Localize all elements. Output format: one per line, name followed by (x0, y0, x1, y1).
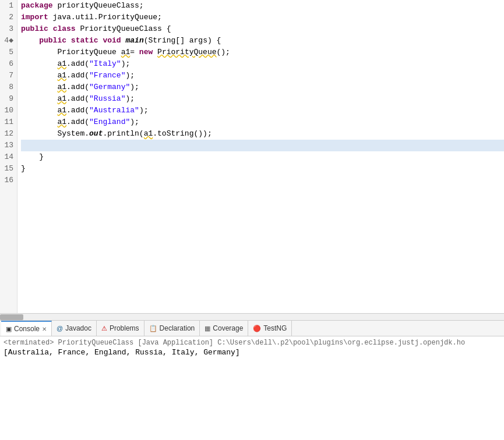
editor-area: 1 2 3 4◆ 5 6 7 8 9 10 11 12 13 14 15 16 … (0, 0, 504, 313)
problems-icon: ⚠ (101, 325, 107, 332)
javadoc-icon: @ (57, 325, 63, 332)
console-label: Console (14, 325, 40, 333)
tab-console[interactable]: ▣ Console ✕ (1, 321, 52, 336)
code-line-3[interactable]: public class PriorityQueueClass { (21, 23, 504, 35)
code-line-5[interactable]: PriorityQueue a1= new PriorityQueue(); (21, 47, 504, 58)
code-line-9[interactable]: a1.add("Russia"); (21, 93, 504, 105)
line-num-3: 3 (0, 23, 17, 35)
line-numbers: 1 2 3 4◆ 5 6 7 8 9 10 11 12 13 14 15 16 (0, 0, 17, 313)
code-lines[interactable]: package priorityQueueClass; import java.… (17, 0, 504, 313)
code-line-1[interactable]: package priorityQueueClass; (21, 0, 504, 12)
line-num-6: 6 (0, 58, 17, 70)
code-line-6[interactable]: a1.add("Italy"); (21, 58, 504, 70)
code-line-4[interactable]: public static void main(String[] args) { (21, 35, 504, 47)
line-num-13: 13 (0, 140, 17, 151)
line-num-1: 1 (0, 0, 17, 12)
tab-declaration[interactable]: 📋 Declaration (144, 321, 200, 336)
line-num-12: 12 (0, 128, 17, 140)
code-line-7[interactable]: a1.add("France"); (21, 70, 504, 81)
console-result-line: [Australia, France, England, Russia, Ita… (3, 348, 501, 357)
line-num-10: 10 (0, 105, 17, 116)
tab-coverage[interactable]: ▦ Coverage (200, 321, 248, 336)
line-num-7: 7 (0, 70, 17, 81)
line-num-2: 2 (0, 12, 17, 23)
console-path-line: <terminated> PriorityQueueClass [Java Ap… (3, 339, 501, 347)
declaration-icon: 📋 (149, 325, 157, 332)
horizontal-scrollbar[interactable] (0, 313, 504, 320)
code-line-10[interactable]: a1.add("Australia"); (21, 105, 504, 116)
problems-label: Problems (110, 324, 139, 332)
line-num-4: 4◆ (0, 35, 17, 47)
testng-label: TestNG (263, 324, 287, 332)
coverage-icon: ▦ (205, 325, 210, 332)
line-num-9: 9 (0, 93, 17, 105)
line-num-11: 11 (0, 116, 17, 128)
terminated-label: <terminated> PriorityQueueClass [Java Ap… (3, 339, 465, 347)
tab-problems[interactable]: ⚠ Problems (97, 321, 144, 336)
declaration-label: Declaration (160, 324, 195, 332)
code-line-12[interactable]: System.out.println(a1.toString()); (21, 128, 504, 140)
code-line-2[interactable]: import java.util.PriorityQueue; (21, 12, 504, 23)
testng-icon: 🔴 (253, 325, 261, 332)
code-line-16[interactable] (21, 175, 504, 186)
code-line-14[interactable]: } (21, 151, 504, 163)
console-output: <terminated> PriorityQueueClass [Java Ap… (0, 336, 504, 438)
tab-javadoc[interactable]: @ Javadoc (52, 321, 97, 336)
line-num-14: 14 (0, 151, 17, 163)
console-close-icon[interactable]: ✕ (42, 326, 47, 332)
code-line-15[interactable]: } (21, 163, 504, 175)
console-icon: ▣ (6, 325, 12, 333)
line-num-5: 5 (0, 47, 17, 58)
code-line-13[interactable] (21, 140, 504, 151)
scrollbar-thumb[interactable] (0, 314, 23, 320)
line-num-16: 16 (0, 175, 17, 186)
bottom-tabs-bar: ▣ Console ✕ @ Javadoc ⚠ Problems 📋 Decla… (0, 320, 504, 336)
line-num-15: 15 (0, 163, 17, 175)
coverage-label: Coverage (213, 324, 243, 332)
tab-testng[interactable]: 🔴 TestNG (248, 321, 292, 336)
code-line-8[interactable]: a1.add("Germany"); (21, 81, 504, 93)
line-num-8: 8 (0, 81, 17, 93)
code-line-11[interactable]: a1.add("England"); (21, 116, 504, 128)
javadoc-label: Javadoc (65, 324, 91, 332)
